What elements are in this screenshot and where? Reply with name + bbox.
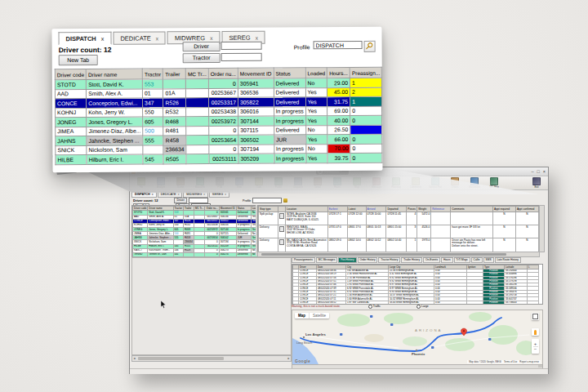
tab-close-icon[interactable]: x bbox=[178, 193, 180, 196]
column-header[interactable]: Appt required bbox=[493, 207, 516, 212]
profile-lookup-icon[interactable] bbox=[283, 198, 287, 203]
column-header[interactable]: Latest bbox=[347, 207, 366, 212]
location-icon[interactable] bbox=[279, 213, 284, 219]
column-header[interactable] bbox=[278, 207, 285, 212]
location-icon[interactable] bbox=[279, 239, 284, 245]
column-header[interactable]: Loaded bbox=[305, 68, 327, 78]
column-header[interactable]: Location bbox=[285, 207, 327, 212]
stop-row[interactable]: Split pickupSITES, Anaheim CA 19362229 F… bbox=[259, 212, 539, 225]
driver-button[interactable]: Driver bbox=[174, 198, 187, 203]
column-header[interactable]: Reference bbox=[431, 207, 451, 212]
column-header[interactable]: Order nu... bbox=[208, 68, 238, 78]
scroll-corner bbox=[538, 365, 542, 368]
tab-close-icon[interactable]: x bbox=[203, 193, 205, 196]
driver-input[interactable] bbox=[189, 198, 208, 203]
toolbar-exit-button[interactable]: Exit bbox=[527, 177, 546, 189]
detail-tab-mc-messages[interactable]: MC Messages bbox=[316, 257, 337, 263]
satellite-button[interactable]: Satellite bbox=[309, 313, 329, 318]
tractor-input[interactable] bbox=[221, 53, 262, 61]
column-header[interactable]: Hours... bbox=[327, 68, 350, 78]
column-header[interactable]: Driver code bbox=[133, 207, 148, 211]
tab-close-icon[interactable]: x bbox=[156, 35, 158, 41]
column-header[interactable]: Trailer bbox=[163, 69, 186, 79]
detail-tab-pos-history[interactable]: Pos History bbox=[338, 257, 356, 263]
route-map[interactable]: Los Angeles Long Beach Phoenix ARIZONA M… bbox=[292, 310, 543, 365]
column-header[interactable]: Driver name bbox=[87, 69, 143, 79]
map-button[interactable]: Map bbox=[295, 313, 309, 318]
large-radio[interactable]: Large bbox=[416, 305, 429, 309]
new-tab-button[interactable]: New Tab bbox=[59, 55, 98, 65]
column-header[interactable]: Stop type bbox=[259, 207, 278, 212]
column-header[interactable]: Arrived bbox=[366, 207, 386, 212]
detail-tab-tractor-history[interactable]: Tractor History bbox=[378, 257, 400, 263]
zoom-out-button[interactable]: − bbox=[534, 346, 537, 351]
column-header[interactable]: Appt confirmed bbox=[515, 207, 538, 212]
column-header[interactable]: Pieces bbox=[407, 207, 417, 212]
driver-button[interactable]: Driver bbox=[183, 42, 220, 51]
driver-input[interactable] bbox=[221, 42, 262, 50]
detail-tab-callin[interactable]: Callin bbox=[471, 257, 483, 263]
minimize-button[interactable]: – bbox=[531, 169, 533, 174]
column-header[interactable]: MC Tr... bbox=[185, 69, 208, 79]
detail-tab-hours[interactable]: Hours bbox=[441, 257, 453, 263]
detail-tab-sms[interactable]: SMS bbox=[483, 257, 494, 263]
grid-cell: 26.50 bbox=[327, 125, 350, 135]
terms-link[interactable]: Terms of Use bbox=[504, 360, 517, 363]
tractor-button[interactable]: Tractor bbox=[183, 53, 220, 63]
profile-input[interactable] bbox=[314, 41, 363, 49]
fullscreen-icon[interactable] bbox=[532, 313, 539, 320]
traffic-radio[interactable]: Traffic bbox=[368, 305, 381, 309]
stops-horizontal-scrollbar[interactable] bbox=[257, 252, 540, 257]
grid-cell: 07/28 12:00 bbox=[347, 212, 366, 225]
profile-lookup-icon[interactable] bbox=[364, 41, 376, 52]
pegman-icon[interactable] bbox=[532, 328, 539, 336]
location-icon[interactable] bbox=[279, 226, 284, 232]
scrollbar-thumb[interactable] bbox=[261, 253, 506, 256]
detail-tab-order-history[interactable]: Order History bbox=[358, 257, 378, 263]
grid-cell: 00253654 bbox=[209, 135, 238, 145]
column-header[interactable]: Driver code bbox=[55, 69, 86, 79]
tab-close-icon[interactable]: x bbox=[256, 34, 258, 40]
report-error-link[interactable]: Report a map error bbox=[519, 360, 539, 363]
radio-icon[interactable] bbox=[416, 305, 421, 309]
scrollbar-thumb[interactable] bbox=[138, 357, 224, 360]
column-header[interactable]: Earliest bbox=[327, 207, 347, 212]
column-header[interactable]: Weight bbox=[417, 207, 431, 212]
tab-close-icon[interactable]: x bbox=[225, 193, 226, 196]
column-header[interactable]: Order nu... bbox=[205, 207, 219, 211]
stop-row[interactable]: DeliveryMC SADDCA Unj Bent Automotive374… bbox=[259, 238, 539, 252]
left-horizontal-scrollbar[interactable]: ◄ ► bbox=[131, 355, 292, 362]
detail-tab-late-route-history[interactable]: Late Route History bbox=[495, 257, 521, 263]
column-header[interactable]: Tractor bbox=[173, 207, 183, 211]
column-header[interactable]: Movement ID bbox=[219, 207, 236, 211]
tab-dedicate[interactable]: DEDICATEx bbox=[113, 31, 166, 44]
detail-tab-preassignments[interactable]: Preassignments bbox=[292, 257, 315, 263]
stop-row[interactable]: DeliveryRENTOKIL WA BL2102 W Deuce Of Cl… bbox=[259, 225, 539, 238]
detail-tab-trailer-history[interactable]: Trailer History bbox=[401, 257, 422, 263]
tab-close-icon[interactable]: x bbox=[152, 193, 154, 196]
radio-icon[interactable] bbox=[368, 305, 372, 309]
profile-input[interactable] bbox=[252, 198, 282, 203]
column-header[interactable]: Tractor bbox=[142, 69, 163, 79]
column-header[interactable]: Preassign... bbox=[350, 67, 381, 78]
stops-vertical-scrollbar[interactable] bbox=[539, 205, 545, 252]
column-header[interactable]: Departed bbox=[386, 207, 407, 212]
grid-cell: In progress bbox=[274, 116, 305, 126]
tab-close-icon[interactable]: x bbox=[210, 35, 212, 41]
scroll-right-icon[interactable]: ► bbox=[287, 357, 291, 360]
comment-line: have get more 3F 3/3 let bbox=[452, 226, 492, 229]
grid-cell: N bbox=[515, 212, 538, 225]
detail-tab-on-events[interactable]: On-Events bbox=[423, 257, 440, 263]
column-header[interactable]: Movement ID bbox=[238, 68, 274, 78]
grid-cell: 1 bbox=[350, 78, 381, 87]
column-header[interactable]: MC Tr... bbox=[194, 207, 205, 211]
column-header[interactable]: Comments bbox=[451, 207, 493, 212]
tab-close-icon[interactable]: x bbox=[101, 36, 105, 42]
maximize-button[interactable]: □ bbox=[537, 169, 539, 174]
column-header[interactable]: Status bbox=[274, 68, 305, 78]
scrollbar-track[interactable] bbox=[136, 356, 287, 361]
close-button[interactable]: × bbox=[543, 169, 546, 174]
driver-row[interactable]: HILBEHilburn, Eric I.545R505002531113052… bbox=[56, 153, 382, 164]
detail-tab-trtl-msgs[interactable]: TrTl Msgs bbox=[454, 257, 470, 263]
tab-dispatch[interactable]: DISPATCHx bbox=[58, 32, 111, 45]
